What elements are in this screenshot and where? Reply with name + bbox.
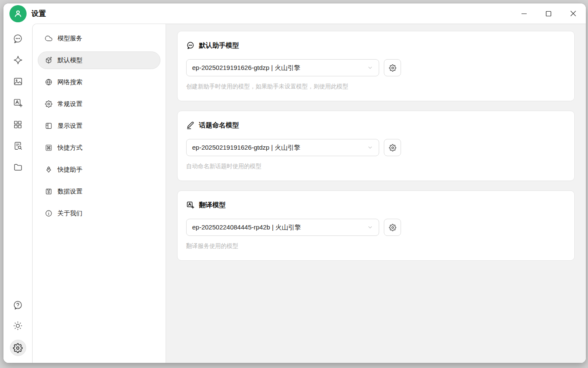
translate-icon xyxy=(13,98,23,108)
menu-item-label: 关于我们 xyxy=(57,209,82,217)
menu-item-label: 默认模型 xyxy=(57,56,82,64)
select-value: ep-20250219191626-gtdzp | 火山引擎 xyxy=(192,144,364,152)
doc-search-icon xyxy=(13,141,23,151)
menu-item-label: 数据设置 xyxy=(57,187,82,196)
card-translation-model: 翻译模型 ep-20250224084445-rp42b | 火山引擎 翻译服务… xyxy=(177,190,575,261)
rail-bottom-group xyxy=(10,299,26,356)
rail-item-apps[interactable] xyxy=(11,118,25,131)
menu-item-label: 显示设置 xyxy=(57,122,82,130)
default-assistant-model-settings-button[interactable] xyxy=(384,59,401,76)
card-description: 创建新助手时使用的模型，如果助手未设置模型，则使用此模型 xyxy=(186,83,566,90)
menu-item-quick-assistant[interactable]: 快捷助手 xyxy=(38,161,160,178)
card-title: 默认助手模型 xyxy=(199,41,239,50)
rail-item-settings[interactable] xyxy=(10,340,26,356)
card-header: 翻译模型 xyxy=(186,199,566,211)
select-row: ep-20250219191626-gtdzp | 火山引擎 xyxy=(186,139,566,156)
gear-icon xyxy=(389,144,396,151)
select-value: ep-20250224084445-rp42b | 火山引擎 xyxy=(192,223,364,232)
window-controls xyxy=(516,6,586,21)
rail-item-translate[interactable] xyxy=(11,97,25,109)
gear-icon xyxy=(389,64,396,72)
content-panel: 模型服务 默认模型 网络搜索 常规设置 xyxy=(32,24,586,363)
card-default-assistant-model: 默认助手模型 ep-20250219191626-gtdzp | 火山引擎 创建… xyxy=(177,31,575,101)
menu-item-web-search[interactable]: 网络搜索 xyxy=(38,73,160,91)
menu-item-label: 模型服务 xyxy=(57,34,82,42)
menu-item-shortcuts[interactable]: 快捷方式 xyxy=(38,139,160,157)
menu-item-label: 常规设置 xyxy=(57,100,82,108)
card-header: 默认助手模型 xyxy=(186,40,566,51)
theme-sun-icon xyxy=(12,320,23,331)
user-avatar[interactable] xyxy=(9,5,27,22)
gear-icon xyxy=(389,224,396,231)
menu-item-label: 快捷助手 xyxy=(57,166,82,174)
select-row: ep-20250219191626-gtdzp | 火山引擎 xyxy=(186,59,566,76)
cloud-icon xyxy=(45,35,52,42)
menu-item-label: 快捷方式 xyxy=(57,144,82,152)
card-description: 自动命名新话题时使用的模型 xyxy=(186,163,566,170)
menu-item-label: 网络搜索 xyxy=(57,78,82,86)
card-title: 话题命名模型 xyxy=(199,121,239,130)
info-icon xyxy=(45,210,52,217)
person-icon xyxy=(13,9,23,19)
rail-item-assistants[interactable] xyxy=(11,32,25,45)
close-icon xyxy=(570,10,576,17)
globe-icon xyxy=(45,78,52,86)
maximize-button[interactable] xyxy=(541,6,556,21)
settings-main: 默认助手模型 ep-20250219191626-gtdzp | 火山引擎 创建… xyxy=(166,24,586,363)
maximize-icon xyxy=(546,11,552,17)
message-icon xyxy=(186,41,195,50)
topic-naming-model-select[interactable]: ep-20250219191626-gtdzp | 火山引擎 xyxy=(186,139,379,156)
settings-gear-icon xyxy=(13,343,23,353)
image-icon xyxy=(13,76,23,87)
menu-item-display-settings[interactable]: 显示设置 xyxy=(38,117,160,135)
rail-item-theme[interactable] xyxy=(11,319,25,332)
default-assistant-model-select[interactable]: ep-20250219191626-gtdzp | 火山引擎 xyxy=(186,59,379,76)
menu-item-model-service[interactable]: 模型服务 xyxy=(38,30,160,47)
save-icon xyxy=(45,188,52,195)
card-topic-naming-model: 话题命名模型 ep-20250219191626-gtdzp | 火山引擎 自动… xyxy=(177,111,575,181)
settings-menu: 模型服务 默认模型 网络搜索 常规设置 xyxy=(33,24,166,363)
grid-icon xyxy=(13,120,23,130)
folder-icon xyxy=(13,162,23,172)
card-description: 翻译服务使用的模型 xyxy=(186,242,566,250)
edit-icon xyxy=(186,121,195,130)
chat-icon xyxy=(12,33,23,44)
minimize-icon xyxy=(521,11,527,17)
rail-item-paintings[interactable] xyxy=(11,75,25,88)
rocket-icon xyxy=(45,166,52,173)
translation-model-settings-button[interactable] xyxy=(384,219,401,236)
rail-item-agents[interactable] xyxy=(11,54,25,66)
minimize-button[interactable] xyxy=(516,6,532,21)
topic-naming-model-settings-button[interactable] xyxy=(384,139,401,156)
rail-item-knowledge[interactable] xyxy=(11,139,25,152)
card-title: 翻译模型 xyxy=(199,201,226,210)
card-header: 话题命名模型 xyxy=(186,120,566,131)
translate-icon xyxy=(186,201,195,209)
help-icon xyxy=(12,300,23,311)
close-button[interactable] xyxy=(565,6,581,21)
layout-icon xyxy=(45,122,52,130)
select-row: ep-20250224084445-rp42b | 火山引擎 xyxy=(186,219,566,236)
menu-item-default-model[interactable]: 默认模型 xyxy=(38,51,160,69)
menu-item-about[interactable]: 关于我们 xyxy=(38,205,160,222)
settings-window: 设置 xyxy=(3,3,586,363)
chevron-down-icon xyxy=(367,224,373,230)
rail-item-help[interactable] xyxy=(11,299,25,311)
left-rail xyxy=(3,24,32,363)
app-body: 模型服务 默认模型 网络搜索 常规设置 xyxy=(3,24,586,363)
menu-item-general-settings[interactable]: 常规设置 xyxy=(38,95,160,113)
page-title: 设置 xyxy=(31,9,46,18)
rail-item-files[interactable] xyxy=(11,161,25,174)
translation-model-select[interactable]: ep-20250224084445-rp42b | 火山引擎 xyxy=(186,219,379,236)
sparkle-icon xyxy=(13,55,23,65)
menu-item-data-settings[interactable]: 数据设置 xyxy=(38,183,160,200)
command-icon xyxy=(45,144,52,151)
cube-icon xyxy=(45,57,52,64)
select-value: ep-20250219191626-gtdzp | 火山引擎 xyxy=(192,64,364,72)
titlebar: 设置 xyxy=(3,3,586,24)
chevron-down-icon xyxy=(367,65,373,71)
chevron-down-icon xyxy=(367,145,373,151)
gear-icon xyxy=(45,100,52,108)
